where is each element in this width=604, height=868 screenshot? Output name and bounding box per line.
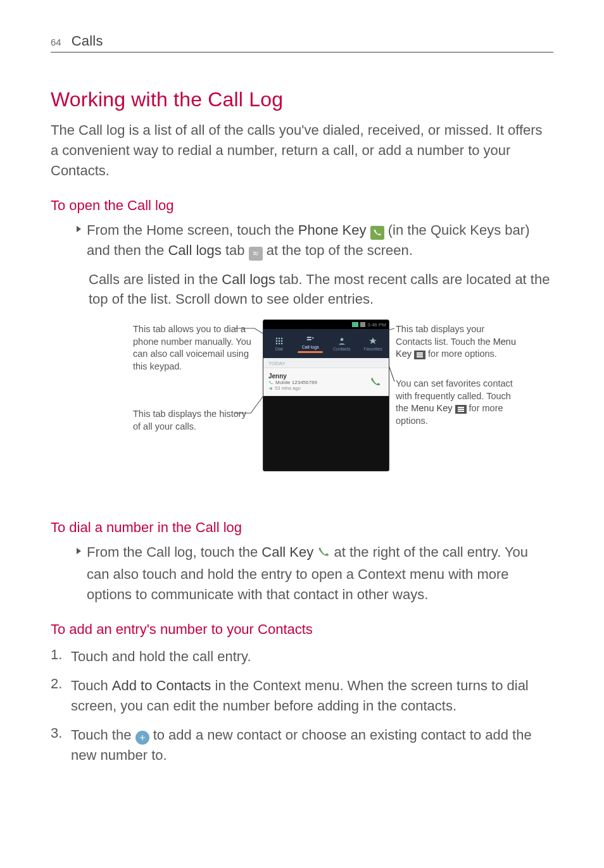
text-fragment: Calls are listed in the xyxy=(89,271,222,287)
text-fragment: at the top of the screen. xyxy=(263,242,413,258)
bullet-caret-icon xyxy=(76,225,82,233)
tab-label: Contacts xyxy=(333,347,351,351)
text-fragment: tab xyxy=(222,242,249,258)
text-fragment: Touch the xyxy=(71,727,135,743)
call-log-entry[interactable]: Jenny Mobile 123456789 53 mins ago xyxy=(263,368,389,396)
phone-key-icon xyxy=(370,226,384,240)
phone-icon xyxy=(370,376,381,388)
add-to-contacts-label: Add to Contacts xyxy=(112,678,211,693)
svg-rect-7 xyxy=(279,338,280,339)
numbered-list: 1. Touch and hold the call entry. 2. Tou… xyxy=(51,647,553,765)
call-logs-label: Call logs xyxy=(168,242,221,258)
step-3: 3. Touch the to add a new contact or cho… xyxy=(51,725,553,766)
phone-tab-dial[interactable]: Dial xyxy=(263,329,295,358)
signal-icon xyxy=(352,322,358,327)
phone-tabs: Dial Call logs Contacts Favorites xyxy=(263,329,389,358)
step-text: Touch and hold the call entry. xyxy=(71,647,251,667)
text-fragment: From the Call log, touch the xyxy=(87,544,261,560)
phone-tab-call-logs[interactable]: Call logs xyxy=(295,329,327,358)
page-number: 64 xyxy=(51,37,61,47)
svg-rect-6 xyxy=(276,338,277,339)
subheading-dial: To dial a number in the Call log xyxy=(51,519,553,536)
call-logs-tab-icon xyxy=(249,247,263,261)
call-logs-icon xyxy=(306,335,315,344)
entry-call-button[interactable] xyxy=(367,374,384,390)
header-rule xyxy=(51,52,553,53)
bullet-caret-icon xyxy=(76,547,82,555)
tab-label: Favorites xyxy=(364,347,382,351)
step-text: Touch Add to Contacts in the Context men… xyxy=(71,676,553,716)
phone-tab-favorites[interactable]: Favorites xyxy=(358,329,389,358)
svg-rect-4 xyxy=(458,409,464,410)
phone-screenshot: 3:46 PM Dial Call logs Contacts Favorite… xyxy=(263,319,389,471)
text-fragment: Touch xyxy=(71,678,112,693)
bullet-open-step: From the Home screen, touch the Phone Ke… xyxy=(51,220,553,261)
svg-rect-12 xyxy=(276,343,277,344)
bullet-dial-step: From the Call log, touch the Call Key at… xyxy=(51,542,553,605)
phone-today-label: TODAY xyxy=(263,358,389,368)
svg-rect-10 xyxy=(279,340,280,342)
svg-point-15 xyxy=(340,338,343,341)
menu-key-icon xyxy=(455,405,467,414)
tab-label: Dial xyxy=(275,347,283,351)
entry-number: Mobile 123456789 xyxy=(268,380,367,385)
step-number: 2. xyxy=(51,676,65,716)
entry-ago-text: 53 mins ago xyxy=(275,385,301,391)
call-logs-label-2: Call logs xyxy=(222,271,275,287)
bullet-open-text: From the Home screen, touch the Phone Ke… xyxy=(87,220,553,261)
phone-key-label: Phone Key xyxy=(298,222,367,238)
step-number: 3. xyxy=(51,725,65,766)
svg-rect-9 xyxy=(276,340,277,342)
favorites-icon xyxy=(368,337,377,345)
entry-number-text: Mobile 123456789 xyxy=(275,380,317,385)
text-fragment: for more options. xyxy=(428,349,497,359)
add-contact-icon xyxy=(135,731,149,745)
step-text: Touch the to add a new contact or choose… xyxy=(71,725,553,766)
subheading-add: To add an entry's number to your Contact… xyxy=(51,621,553,638)
page-header: 64 Calls xyxy=(51,33,553,49)
phone-tab-contacts[interactable]: Contacts xyxy=(326,329,358,358)
dial-icon xyxy=(275,337,284,345)
battery-icon xyxy=(360,322,365,327)
step-2: 2. Touch Add to Contacts in the Context … xyxy=(51,676,553,716)
tab-label: Call logs xyxy=(302,345,319,349)
phone-time: 3:46 PM xyxy=(367,322,386,328)
svg-rect-13 xyxy=(279,343,280,344)
intro-text: The Call log is a list of all of the cal… xyxy=(51,120,553,181)
contacts-icon xyxy=(337,337,346,345)
svg-rect-14 xyxy=(281,343,282,344)
bullet-dial-text: From the Call log, touch the Call Key at… xyxy=(87,542,553,605)
svg-rect-5 xyxy=(458,411,464,412)
text-fragment: From the Home screen, touch the xyxy=(87,222,298,238)
figure: This tab allows you to dial a phone numb… xyxy=(51,319,553,503)
svg-rect-11 xyxy=(281,340,282,342)
open-description: Calls are listed in the Call logs tab. T… xyxy=(51,270,553,310)
arrow-icon xyxy=(268,386,273,390)
phone-small-icon xyxy=(268,380,274,385)
subheading-open: To open the Call log xyxy=(51,197,553,214)
step-1: 1. Touch and hold the call entry. xyxy=(51,647,553,667)
step-number: 1. xyxy=(51,647,65,667)
entry-name: Jenny xyxy=(268,373,367,380)
entry-ago: 53 mins ago xyxy=(268,385,367,391)
section-title: Calls xyxy=(72,33,103,49)
svg-rect-8 xyxy=(281,338,282,339)
page-title: Working with the Call Log xyxy=(51,88,553,111)
phone-status-bar: 3:46 PM xyxy=(263,320,389,329)
call-key-icon xyxy=(317,544,330,564)
svg-rect-3 xyxy=(458,407,464,408)
call-key-label: Call Key xyxy=(261,544,313,560)
